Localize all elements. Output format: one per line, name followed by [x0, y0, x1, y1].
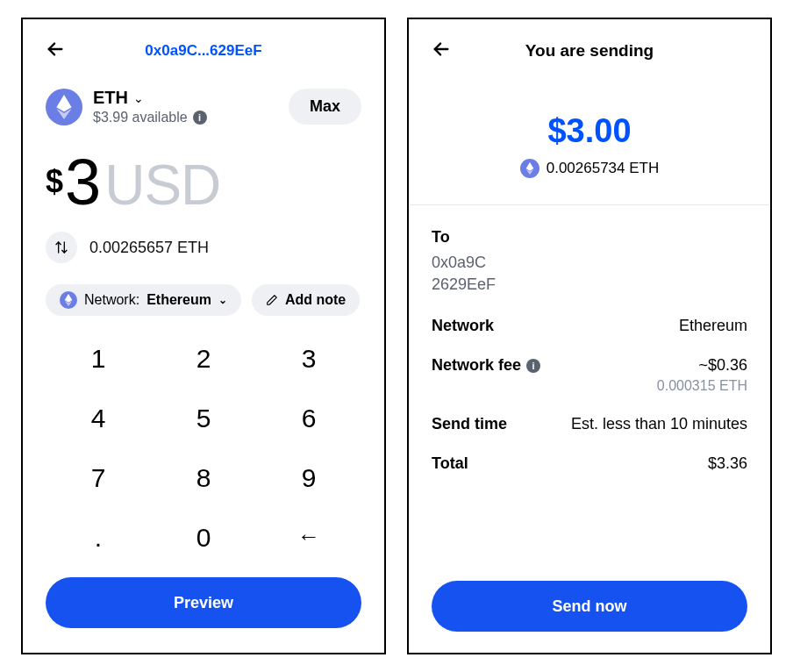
eth-icon — [46, 89, 82, 125]
key-2[interactable]: 2 — [151, 332, 256, 386]
asset-selector[interactable]: ETH ⌄ — [93, 88, 207, 108]
key-1[interactable]: 1 — [46, 332, 151, 386]
pencil-icon — [266, 294, 278, 306]
send-now-button[interactable]: Send now — [432, 581, 747, 632]
network-row: Network Ethereum — [432, 317, 747, 335]
info-icon[interactable]: i — [193, 111, 207, 125]
max-button[interactable]: Max — [289, 89, 361, 125]
key-3[interactable]: 3 — [256, 332, 361, 386]
recipient-address-link: 0x0a9C...629EeF — [46, 42, 361, 60]
summary-amount-eth: 0.00265734 ETH — [547, 160, 660, 177]
to-label: To — [432, 228, 747, 247]
key-0[interactable]: 0 — [151, 511, 256, 565]
available-text: $3.99 available — [93, 110, 188, 125]
send-time-value: Est. less than 10 minutes — [571, 415, 747, 433]
key-9[interactable]: 9 — [256, 451, 361, 505]
header: You are sending — [432, 35, 747, 67]
to-address: 0x0a9C 2629EeF — [432, 252, 747, 296]
header: 0x0a9C...629EeF — [46, 35, 361, 67]
numeric-keypad: 1 2 3 4 5 6 7 8 9 . 0 ← — [46, 332, 361, 565]
key-5[interactable]: 5 — [151, 391, 256, 446]
network-fee-eth: 0.000315 ETH — [657, 378, 747, 394]
add-note-button[interactable]: Add note — [252, 284, 360, 316]
summary-amount-eth-row: 0.00265734 ETH — [432, 159, 747, 178]
network-selector[interactable]: Network: Ethereum ⌄ — [46, 284, 241, 316]
to-address-line1: 0x0a9C — [432, 252, 747, 274]
send-time-label: Send time — [432, 415, 507, 433]
asset-row: ETH ⌄ $3.99 available i Max — [46, 88, 361, 125]
add-note-label: Add note — [285, 292, 346, 308]
total-row: Total $3.36 — [432, 454, 747, 473]
currency-code: USD — [104, 153, 220, 218]
key-7[interactable]: 7 — [46, 451, 151, 505]
chip-row: Network: Ethereum ⌄ Add note — [46, 284, 361, 316]
preview-button[interactable]: Preview — [46, 577, 361, 628]
send-time-row: Send time Est. less than 10 minutes — [432, 415, 747, 433]
network-fee-label: Network fee — [432, 356, 521, 375]
amount-display: $ 3 USD — [46, 145, 361, 219]
eth-icon — [520, 159, 539, 178]
network-chip-label: Network: — [84, 292, 139, 308]
send-confirm-screen: You are sending $3.00 0.00265734 ETH To … — [407, 18, 772, 654]
conversion-row: 0.00265657 ETH — [46, 232, 361, 263]
currency-symbol: $ — [46, 163, 63, 200]
network-fee-row: Network fee i ~$0.36 0.000315 ETH — [432, 356, 747, 394]
eth-icon — [60, 291, 77, 309]
key-backspace[interactable]: ← — [256, 511, 361, 565]
back-button[interactable] — [432, 39, 451, 62]
key-6[interactable]: 6 — [256, 391, 361, 446]
converted-amount: 0.00265657 ETH — [89, 239, 209, 257]
network-fee-usd: ~$0.36 — [657, 356, 747, 375]
chevron-down-icon: ⌄ — [218, 294, 227, 306]
key-dot[interactable]: . — [46, 511, 151, 565]
back-button[interactable] — [46, 39, 65, 62]
summary-amount-usd: $3.00 — [432, 112, 747, 150]
chevron-down-icon: ⌄ — [133, 91, 144, 105]
total-value: $3.36 — [708, 454, 747, 473]
amount-value: 3 — [65, 145, 99, 219]
page-title: You are sending — [525, 41, 654, 61]
key-8[interactable]: 8 — [151, 451, 256, 505]
available-balance: $3.99 available i — [93, 110, 207, 125]
key-4[interactable]: 4 — [46, 391, 151, 446]
send-amount-screen: 0x0a9C...629EeF ETH ⌄ $3.99 available i … — [21, 18, 386, 654]
total-label: Total — [432, 454, 468, 473]
asset-symbol: ETH — [93, 88, 128, 108]
swap-currency-button[interactable] — [46, 232, 77, 263]
to-section: To 0x0a9C 2629EeF — [432, 228, 747, 296]
network-label: Network — [432, 317, 494, 335]
network-chip-value: Ethereum — [146, 292, 211, 308]
divider — [409, 204, 770, 205]
info-icon[interactable]: i — [526, 359, 540, 373]
to-address-line2: 2629EeF — [432, 274, 747, 296]
network-value: Ethereum — [679, 317, 747, 335]
